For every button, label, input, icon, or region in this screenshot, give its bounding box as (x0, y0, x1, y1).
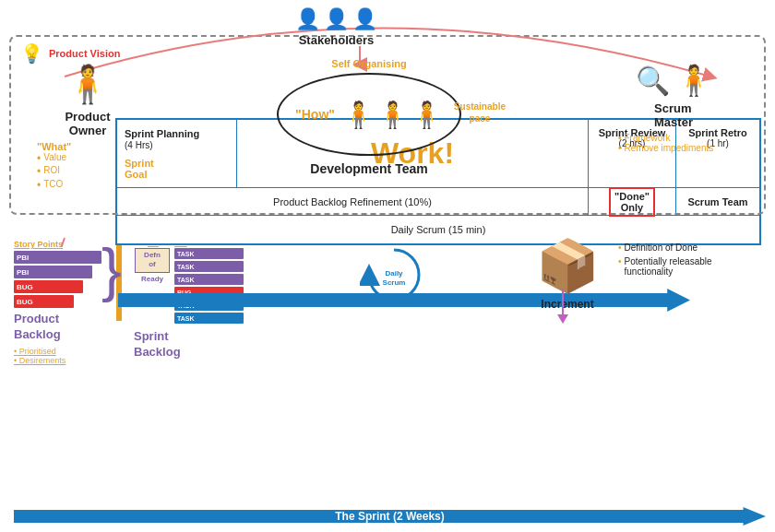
bullet-dot-3: • (37, 179, 41, 192)
product-backlog-area: Story Points PBI PBI BUG BUG ProductBack… (14, 240, 111, 365)
sm-bullet-impediments: • Remove impediments (618, 143, 713, 153)
defn-ready-col: PBI Defnof Ready (134, 240, 171, 283)
task-bar-6: TASK (174, 313, 244, 324)
bug-bar-1: BUG (14, 280, 83, 293)
defn-box: Defnof (135, 248, 170, 273)
self-organising-label: Self Organising (331, 58, 406, 69)
how-label: "How" (295, 107, 335, 122)
scrum-master-bullets: • Framework • Remove impediments (618, 133, 713, 153)
sprint-backlog-label: SprintBacklog (134, 329, 258, 361)
dev-person-2: 🧍 (376, 100, 409, 130)
stakeholders-label: Stakeholders (299, 33, 375, 47)
backlog-links: • Prioritised • Desirements (14, 347, 111, 365)
svg-text:Scrum: Scrum (383, 278, 406, 287)
bug-bar-2: BUG (14, 295, 74, 308)
product-owner-label: ProductOwner (28, 110, 148, 137)
dev-person-1: 🧍 (342, 100, 375, 130)
pbi-bar-1: PBI (14, 251, 101, 264)
svg-text:Daily: Daily (385, 269, 403, 278)
dod-releasable-label: Potentially releasablefunctionality (625, 256, 712, 277)
magnifier-icon: 🔍 (636, 65, 670, 97)
svg-marker-4 (557, 314, 568, 324)
dod-area: • Definition of Done • Potentially relea… (618, 242, 766, 277)
scrum-master-label: ScrumMaster (654, 101, 693, 129)
po-bullet-value-text: Value (43, 152, 66, 162)
dod-bullet-1: • Definition of Done (618, 242, 766, 253)
dod-label: Definition of Done (625, 242, 698, 253)
po-bullet-tco-text: TCO (43, 179, 63, 189)
the-sprint-section: The Sprint (2 Weeks) (14, 507, 770, 526)
bullet-dot-2: • (37, 165, 41, 178)
po-what-label: "What" (37, 141, 148, 152)
sustainable-pace-label: Sustainablepace (454, 100, 506, 124)
sprint-backlog-inner: PBI Defnof Ready Hrs. TASK TASK TASK BUG… (134, 240, 258, 325)
dev-team-oval: "How" 🧍 🧍 🧍 Sustainablepace (277, 73, 461, 156)
po-bullet-tco: • TCO (37, 179, 148, 192)
task-bar-1: TASK (174, 248, 244, 259)
sm-bullet-framework: • Framework (618, 133, 713, 143)
stakeholder-icon-3: 👤 (352, 7, 377, 31)
po-bullet-roi-text: ROI (43, 165, 60, 175)
sprint-label: Sprint (424, 264, 483, 288)
stakeholder-icon-2: 👤 (324, 7, 349, 31)
dev-team-area: Self Organising "How" 🧍 🧍 🧍 Sustainablep… (221, 58, 517, 176)
stakeholders-figures: 👤 👤 👤 (295, 7, 377, 31)
daily-scrum-circle: Daily Scrum (360, 241, 429, 310)
bullet-dot: • (37, 152, 41, 165)
backlog-link-desirements[interactable]: • Desirements (14, 356, 111, 365)
the-sprint-label: The Sprint (2 Weeks) (335, 510, 444, 523)
daily-scrum-label: Daily Scrum (15 min) (391, 224, 486, 235)
stakeholders-area: 👤 👤 👤 Stakeholders (295, 7, 377, 47)
purple-bracket: } (101, 240, 122, 300)
dev-team-figures: 🧍 🧍 🧍 (342, 100, 443, 130)
dev-team-label: Development Team (310, 161, 427, 176)
the-sprint-arrow: The Sprint (2 Weeks) (14, 507, 766, 526)
product-owner-area: 🧍 ProductOwner "What" • Value • ROI • TC… (28, 63, 148, 192)
daily-scrum-cell-inner: Daily Scrum (15 min) (117, 216, 759, 243)
pbi-bar-2: PBI (14, 266, 92, 278)
bottom-box-bottom-row: Daily Scrum (15 min) (117, 216, 759, 243)
scrum-master-figure: 🧍 (675, 63, 712, 98)
sm-bullet-framework-text: Framework (625, 133, 671, 143)
task-bar-3: TASK (174, 274, 244, 285)
ready-label: Ready (141, 275, 163, 283)
stakeholder-icon-1: 👤 (295, 7, 320, 31)
scrum-master-icon-row: 🔍 🧍 (636, 63, 712, 98)
product-owner-icon: 🧍 (28, 63, 148, 106)
dod-bullet-2: • Potentially releasablefunctionality (618, 256, 766, 277)
task-bars-col: Hrs. TASK TASK TASK BUG TASK TASK (174, 240, 258, 325)
task-bar-2: TASK (174, 261, 244, 272)
product-owner-bullets: "What" • Value • ROI • TCO (37, 141, 148, 192)
scrum-master-area: 🔍 🧍 ScrumMaster • Framework • Remove imp… (609, 63, 738, 153)
box-icon: 📦 (536, 236, 600, 296)
backlog-link-prioritised[interactable]: • Prioritised (14, 347, 111, 356)
story-points-label: Story Points (14, 240, 111, 249)
po-bullet-roi: • ROI (37, 165, 148, 178)
dev-person-3: 🧍 (411, 100, 443, 130)
product-backlog-label: ProductBacklog (14, 312, 111, 343)
po-bullet-value: • Value (37, 152, 148, 165)
bulb-icon: 💡 (20, 42, 43, 65)
product-vision-label: Product Vision (49, 48, 120, 59)
sm-bullet-impediments-text: Remove impediments (625, 143, 714, 153)
product-vision: 💡 Product Vision (20, 42, 120, 65)
increment-down-arrow (554, 289, 572, 325)
